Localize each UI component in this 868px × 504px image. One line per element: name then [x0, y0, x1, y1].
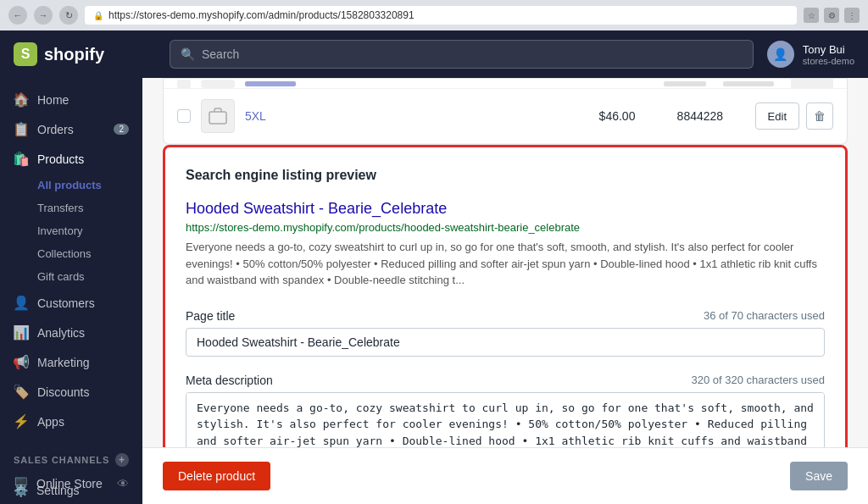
- sidebar-item-settings[interactable]: ⚙️ Settings: [0, 477, 142, 504]
- products-icon: 🛍️: [14, 151, 29, 167]
- sidebar-main-section: 🏠 Home 📋 Orders 2 🛍️ Products All produc…: [0, 78, 142, 443]
- top-bar: S shopify 🔍 Search 👤 Tony Bui stores-dem…: [0, 30, 142, 78]
- page-title-header: Page title 36 of 70 characters used: [186, 309, 825, 323]
- analytics-icon: 📊: [14, 324, 29, 341]
- extensions-button[interactable]: ⚙: [824, 8, 839, 23]
- discounts-icon: 🏷️: [14, 384, 29, 400]
- sidebar-item-apps[interactable]: ⚡ Apps: [0, 407, 142, 436]
- sidebar-label-settings: Settings: [36, 484, 80, 497]
- sidebar-item-products[interactable]: 🛍️ Products: [0, 144, 142, 174]
- sidebar-subitem-inventory[interactable]: Inventory: [0, 219, 142, 242]
- sidebar-label-orders: Orders: [37, 123, 74, 136]
- customers-icon: 👤: [14, 295, 29, 311]
- seo-preview-title: Hooded Sweatshirt - Bearie_Celebrate: [186, 200, 825, 218]
- logo-text: shopify: [44, 45, 104, 64]
- edit-variant-button[interactable]: Edit: [755, 102, 799, 130]
- page-title-char-count: 36 of 70 characters used: [704, 309, 825, 323]
- product-price: $46.00: [599, 109, 667, 123]
- logo-icon: S: [14, 42, 37, 66]
- product-image-icon: [208, 106, 228, 126]
- product-table: 5XL $46.00 8844228 Edit 🗑: [163, 78, 848, 145]
- lock-icon: 🔒: [93, 11, 103, 20]
- page-title-input[interactable]: [186, 328, 825, 357]
- app-container: S shopify 🔍 Search 👤 Tony Bui stores-dem…: [0, 30, 868, 504]
- table-row: 5XL $46.00 8844228 Edit 🗑: [164, 89, 847, 144]
- seo-card-title: Search engine listing preview: [186, 168, 825, 183]
- sidebar-label-products: Products: [37, 152, 84, 166]
- sidebar-subitem-transfers[interactable]: Transfers: [0, 197, 142, 219]
- sales-channels-header: SALES CHANNELS +: [0, 443, 142, 470]
- bookmark-button[interactable]: ☆: [804, 8, 819, 23]
- meta-desc-label: Meta description: [186, 374, 273, 387]
- browser-actions: ☆ ⚙ ⋮: [804, 8, 860, 23]
- main-content: 5XL $46.00 8844228 Edit 🗑 Search engine …: [142, 30, 868, 504]
- sidebar-subitem-gift-cards[interactable]: Gift cards: [0, 265, 142, 288]
- orders-icon: 📋: [14, 121, 29, 137]
- sidebar-item-analytics[interactable]: 📊 Analytics: [0, 318, 142, 347]
- bottom-action-bar: Delete product Save: [142, 447, 868, 504]
- back-button[interactable]: ←: [8, 6, 27, 25]
- seo-preview-url: https://stores-demo.myshopify.com/produc…: [186, 221, 825, 234]
- row-checkbox[interactable]: [177, 109, 191, 123]
- apps-icon: ⚡: [14, 413, 29, 429]
- sidebar-item-orders[interactable]: 📋 Orders 2: [0, 114, 142, 144]
- page-title-field-group: Page title 36 of 70 characters used: [186, 309, 825, 357]
- sidebar-label-discounts: Discounts: [37, 385, 89, 399]
- sidebar-item-home[interactable]: 🏠 Home: [0, 85, 142, 114]
- seo-preview-section: Hooded Sweatshirt - Bearie_Celebrate htt…: [186, 200, 825, 289]
- url-bar[interactable]: 🔒 https://stores-demo.myshopify.com/admi…: [85, 6, 797, 25]
- sales-channels-label: SALES CHANNELS: [14, 455, 109, 465]
- sidebar-item-discounts[interactable]: 🏷️ Discounts: [0, 377, 142, 407]
- save-button[interactable]: Save: [790, 462, 848, 490]
- orders-badge: 2: [114, 124, 129, 135]
- home-icon: 🏠: [14, 91, 29, 108]
- sidebar-label-analytics: Analytics: [37, 326, 85, 340]
- sidebar-item-marketing[interactable]: 📢 Marketing: [0, 347, 142, 377]
- forward-button[interactable]: →: [34, 6, 53, 25]
- meta-desc-header: Meta description 320 of 320 characters u…: [186, 374, 825, 387]
- product-variant-name[interactable]: 5XL: [245, 109, 589, 123]
- page-title-label: Page title: [186, 309, 235, 323]
- sidebar-subitem-all-products[interactable]: All products: [0, 174, 142, 197]
- sidebar-label-customers: Customers: [37, 296, 95, 310]
- sidebar-subitem-collections[interactable]: Collections: [0, 242, 142, 265]
- sidebar-label-apps: Apps: [37, 415, 64, 429]
- shopify-logo[interactable]: S shopify: [14, 42, 142, 66]
- content-inner: 5XL $46.00 8844228 Edit 🗑 Search engine …: [142, 78, 868, 504]
- sidebar: S shopify 🔍 Search 👤 Tony Bui stores-dem…: [0, 30, 142, 504]
- seo-preview-desc: Everyone needs a go-to, cozy sweatshirt …: [186, 239, 825, 289]
- delete-variant-button[interactable]: 🗑: [806, 102, 833, 130]
- menu-button[interactable]: ⋮: [844, 8, 860, 23]
- product-sku: 8844228: [677, 109, 745, 123]
- add-sales-channel-button[interactable]: +: [115, 453, 129, 467]
- sidebar-item-customers[interactable]: 👤 Customers: [0, 288, 142, 318]
- product-actions: Edit 🗑: [755, 102, 833, 130]
- refresh-button[interactable]: ↻: [59, 6, 78, 25]
- product-thumbnail: [201, 99, 235, 133]
- marketing-icon: 📢: [14, 354, 29, 370]
- url-text: https://stores-demo.myshopify.com/admin/…: [108, 9, 415, 21]
- sidebar-label-home: Home: [37, 93, 69, 107]
- browser-chrome: ← → ↻ 🔒 https://stores-demo.myshopify.co…: [0, 0, 868, 30]
- delete-product-button[interactable]: Delete product: [163, 462, 270, 490]
- settings-icon: ⚙️: [14, 484, 28, 497]
- meta-desc-char-count: 320 of 320 characters used: [691, 374, 825, 387]
- sidebar-label-marketing: Marketing: [37, 356, 89, 369]
